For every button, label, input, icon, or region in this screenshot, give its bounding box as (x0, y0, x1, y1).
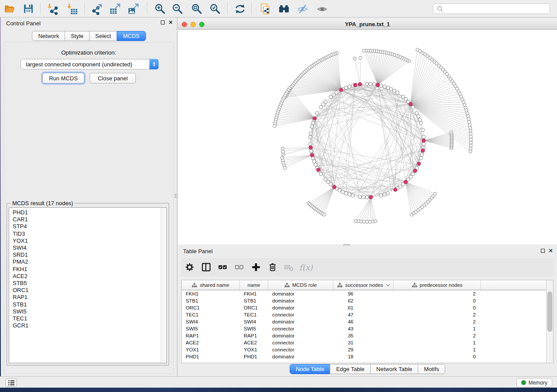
export-image-button[interactable] (126, 2, 141, 16)
node-table[interactable]: shared name name MCDS role (181, 280, 554, 363)
mcds-list-scrollbar[interactable] (161, 208, 166, 363)
tab-select[interactable]: Select (89, 31, 117, 41)
table-row[interactable]: PHD1PHD1dominator180 (182, 353, 546, 360)
mcds-result-item[interactable]: TEC1 (9, 315, 160, 322)
control-panel-header: Control Panel × (1, 17, 177, 29)
column-header-mcds-role[interactable]: MCDS role (268, 280, 333, 290)
mcds-result-item[interactable]: STB5 (9, 280, 160, 287)
mcds-result-item[interactable]: CAR1 (9, 216, 160, 223)
share-document-button[interactable] (258, 2, 273, 16)
memory-button[interactable]: Memory (516, 378, 552, 387)
table-row[interactable]: ACE2ACE2connector311 (182, 339, 546, 346)
mcds-result-item[interactable]: PMA2 (9, 258, 160, 265)
table-cell: TEC1 (182, 312, 240, 317)
delete-column-button[interactable] (264, 262, 281, 272)
close-panel-icon[interactable]: × (169, 20, 173, 25)
mcds-result-item[interactable]: PHD1 (9, 209, 160, 216)
column-header-shared-name[interactable]: shared name (182, 280, 240, 290)
node-table-header: shared name name MCDS role (182, 280, 553, 290)
search-network-button[interactable] (277, 2, 291, 16)
table-row[interactable]: YOX1YOX1connector291 (182, 346, 546, 353)
table-row[interactable]: FKH1FKH1dominator962 (182, 290, 546, 297)
table-row[interactable]: ORC1ORC1dominator610 (182, 304, 546, 311)
tab-network-table[interactable]: Network Table (370, 364, 418, 374)
float-panel-icon[interactable] (541, 249, 545, 253)
table-row[interactable]: SWI5SWI5connector431 (182, 325, 546, 332)
optimization-criterion-select[interactable]: largest connected component (undirected) (21, 59, 159, 69)
table-cell: RAP1 (240, 333, 268, 338)
delete-table-button-disabled (281, 262, 298, 272)
column-header-successor-nodes[interactable]: successor nodes (333, 280, 394, 290)
mcds-result-item[interactable]: SRD1 (9, 251, 160, 258)
mcds-result-item[interactable]: STP4 (9, 223, 160, 230)
network-canvas[interactable] (178, 30, 557, 244)
tab-mcds[interactable]: MCDS (117, 31, 145, 41)
save-session-button[interactable] (21, 2, 36, 16)
select-all-columns-button[interactable] (214, 262, 231, 272)
zoom-fit-button[interactable] (189, 2, 204, 16)
mcds-result-item[interactable]: SWI5 (9, 308, 160, 315)
create-column-button[interactable] (248, 262, 264, 272)
network-window-titlebar[interactable]: YPA_prune.txt_1 (178, 19, 557, 30)
mcds-result-item[interactable]: STB1 (9, 301, 160, 308)
table-row[interactable]: RAP1RAP1dominator352 (182, 332, 546, 339)
import-network-button[interactable] (45, 2, 60, 16)
network-graph[interactable] (178, 30, 557, 244)
mcds-result-item[interactable]: FKH1 (9, 266, 160, 273)
table-cell: ACE2 (182, 340, 240, 345)
export-network-button[interactable] (90, 2, 104, 16)
table-cell: YOX1 (240, 347, 268, 352)
float-panel-icon[interactable] (161, 21, 165, 24)
table-cell: dominator (268, 333, 333, 338)
tab-style[interactable]: Style (65, 31, 90, 41)
refresh-button[interactable] (232, 2, 247, 16)
table-cell: connector (268, 312, 333, 317)
mcds-result-item[interactable]: YOX1 (9, 237, 160, 244)
table-row[interactable]: STB1STB1dominator620 (182, 297, 546, 304)
tab-motifs[interactable]: Motifs (418, 364, 445, 374)
mcds-result-list[interactable]: PHD1CAR1STP4TID3YOX1SWI4SRD1PMA2FKH1ACE2… (9, 207, 167, 363)
delete-table-icon (284, 262, 295, 272)
task-history-button[interactable] (5, 378, 17, 387)
tab-edge-table[interactable]: Edge Table (330, 364, 370, 374)
open-file-button[interactable] (2, 2, 17, 16)
table-scrollbar-thumb[interactable] (547, 292, 552, 332)
tab-network[interactable]: Network (32, 31, 65, 41)
zoom-selected-button[interactable] (208, 2, 222, 16)
table-cell: SWI4 (240, 319, 268, 324)
show-all-button[interactable] (315, 2, 329, 16)
table-cell: RAP1 (182, 333, 240, 338)
column-label: successor nodes (345, 282, 383, 288)
close-panel-button[interactable]: Close panel (90, 73, 136, 83)
table-cell: 31 (333, 340, 394, 345)
hide-selected-button[interactable] (295, 2, 310, 16)
import-table-button[interactable] (65, 2, 80, 16)
column-header-predecessor-nodes[interactable]: predecessor nodes (394, 280, 481, 290)
export-table-icon (109, 3, 121, 15)
table-cell: 62 (333, 298, 394, 303)
mcds-result-item[interactable]: ACE2 (9, 273, 160, 280)
mcds-result-item[interactable]: SWI4 (9, 244, 160, 251)
table-scrollbar[interactable] (546, 280, 553, 363)
close-panel-icon[interactable]: × (549, 248, 553, 253)
table-cell: ORC1 (182, 305, 240, 310)
table-settings-button[interactable] (181, 262, 198, 272)
mcds-result-item[interactable]: ORC1 (9, 287, 160, 294)
run-mcds-button[interactable]: Run MCDS (42, 73, 84, 83)
zoom-out-button[interactable] (170, 2, 185, 16)
table-row[interactable]: TEC1TEC1connector472 (182, 311, 546, 318)
zoom-in-icon (154, 3, 166, 15)
zoom-in-button[interactable] (152, 2, 167, 16)
tab-node-table[interactable]: Node Table (290, 364, 331, 374)
unselect-all-columns-button[interactable] (231, 262, 248, 272)
mcds-result-item[interactable]: TID3 (9, 230, 160, 237)
mcds-result-item[interactable]: GCR1 (9, 322, 160, 329)
column-header-name[interactable]: name (240, 280, 268, 290)
table-row[interactable]: SWI4SWI4dominator462 (182, 318, 546, 325)
network-search-field[interactable] (433, 3, 550, 14)
mcds-result-item[interactable]: RAP1 (9, 294, 160, 301)
export-table-button[interactable] (107, 2, 122, 16)
show-column-panel-button[interactable] (198, 262, 214, 272)
export-image-icon (128, 3, 139, 15)
search-input[interactable] (443, 5, 546, 12)
